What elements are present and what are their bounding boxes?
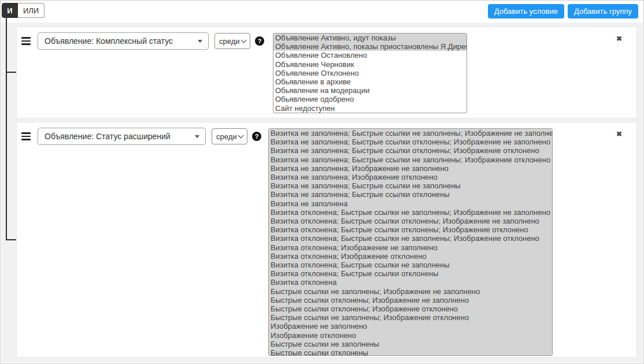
listbox-option[interactable]: Объявление Черновик	[273, 60, 467, 69]
drag-handle-icon[interactable]	[21, 37, 31, 45]
listbox-option[interactable]: Объявление Активно, идут показы	[273, 34, 467, 42]
field-select[interactable]: Объявление: Комплексный статус	[38, 32, 209, 50]
listbox-option[interactable]: Объявление Отклонено	[273, 69, 467, 77]
listbox-option[interactable]: Визитка не заполнена; Быстрые ссылки не …	[269, 155, 552, 164]
listbox-option[interactable]: Визитка отклонена; Изображение не заполн…	[269, 243, 552, 252]
add-condition-button[interactable]: Добавить условие	[488, 4, 564, 18]
listbox-option[interactable]: Визитка отклонена; Изображение отклонено	[269, 252, 552, 261]
query-builder: И ИЛИ Добавить условие Добавить группу О…	[0, 0, 644, 364]
operator-select-value: среди	[219, 37, 240, 46]
add-group-button[interactable]: Добавить группу	[568, 4, 638, 18]
field-select-value: Объявление: Статус расширений	[45, 132, 171, 141]
drag-handle-icon[interactable]	[21, 132, 31, 140]
listbox-option[interactable]: Визитка отклонена; Быстрые ссылки не зап…	[269, 208, 552, 217]
listbox-option[interactable]: Обьявление на модерации	[273, 86, 467, 95]
rule-card-extensions-status: Объявление: Статус расширений среди ? Ви…	[16, 122, 637, 358]
connector-line-rule2	[6, 239, 17, 240]
rule-row: Объявление: Комплексный статус среди ? О…	[17, 27, 636, 113]
connector-line-vertical	[6, 18, 7, 240]
caret-down-icon	[195, 135, 199, 138]
operator-select[interactable]: среди	[212, 128, 247, 144]
field-select-value: Объявление: Комплексный статус	[45, 36, 173, 46]
field-select[interactable]: Объявление: Статус расширений	[38, 128, 206, 145]
listbox-option[interactable]: Визитка не заполнена; Быстрые ссылки отк…	[269, 190, 552, 199]
listbox-option[interactable]: Визитка отклонена; Быстрые ссылки отклон…	[269, 269, 552, 278]
chevron-down-icon	[241, 37, 247, 43]
listbox-option[interactable]: Визитка не заполнена; Изображение отклон…	[269, 173, 552, 181]
listbox-option[interactable]: Визитка отклонена; Быстрые ссылки не зап…	[269, 261, 552, 269]
values-listbox[interactable]: Визитка не заполнена; Быстрые ссылки не …	[268, 128, 553, 356]
help-icon[interactable]: ?	[252, 132, 261, 141]
listbox-option[interactable]: Быстрые ссылки не заполнены	[269, 340, 552, 348]
listbox-option[interactable]: Быстрые ссылки отклонены	[269, 348, 552, 356]
listbox-option[interactable]: Визитка не заполнена	[269, 199, 552, 208]
listbox-option[interactable]: Объявление Активно, показы приостановлен…	[273, 42, 467, 51]
listbox-option[interactable]: Обьявление одобрено	[273, 95, 467, 103]
or-toggle-button[interactable]: ИЛИ	[18, 3, 45, 18]
listbox-option[interactable]: Визитка не заполнена; Быстрые ссылки отк…	[269, 138, 552, 146]
chevron-down-icon	[238, 132, 244, 138]
rule-row: Объявление: Статус расширений среди ? Ви…	[17, 122, 636, 356]
operator-select-value: среди	[216, 132, 237, 141]
listbox-option[interactable]: Объявление Остановлено	[273, 51, 467, 60]
and-toggle-button[interactable]: И	[2, 3, 18, 18]
listbox-option[interactable]: Визитка не заполнена; Быстрые ссылки отк…	[269, 146, 552, 155]
listbox-option[interactable]: Визитка отклонена; Быстрые ссылки отклон…	[269, 225, 552, 234]
listbox-option[interactable]: Визитка отклонена; Быстрые ссылки отклон…	[269, 217, 552, 225]
group-header: И ИЛИ Добавить условие Добавить группу	[1, 1, 643, 23]
rule-card-complex-status: Объявление: Комплексный статус среди ? О…	[16, 27, 637, 118]
values-listbox[interactable]: Объявление Активно, идут показыОбъявлени…	[273, 33, 467, 113]
group-actions: Добавить условие Добавить группу	[488, 4, 638, 18]
listbox-option[interactable]: Быстрые ссылки не заполнены; Изображение…	[269, 313, 552, 322]
listbox-option[interactable]: Быстрые ссылки отклонены; Изображение не…	[269, 296, 552, 304]
listbox-option[interactable]: Визитка не заполнена; Быстрые ссылки не …	[269, 181, 552, 190]
listbox-option[interactable]: Изображение не заполнено	[269, 322, 552, 330]
condition-toggle: И ИЛИ	[2, 3, 45, 18]
listbox-option[interactable]: Визитка не заполнена; Быстрые ссылки не …	[269, 129, 552, 138]
listbox-option[interactable]: Визитка не заполнена; Изображение не зап…	[269, 164, 552, 173]
listbox-option[interactable]: Обьявление в архиве	[273, 77, 467, 86]
caret-down-icon	[198, 40, 202, 43]
delete-rule-icon[interactable]: ✖	[616, 35, 622, 43]
help-icon[interactable]: ?	[255, 36, 264, 46]
listbox-option[interactable]: Быстрые ссылки не заполнены; Изображение…	[269, 287, 552, 296]
listbox-option[interactable]: Изображение отклонено	[269, 331, 552, 340]
listbox-option[interactable]: Быстрые ссылки отклонены; Изображение от…	[269, 304, 552, 313]
operator-select[interactable]: среди	[214, 33, 250, 49]
listbox-option[interactable]: Визитка отклонена	[269, 278, 552, 287]
listbox-option[interactable]: Сайт недоступен	[273, 104, 467, 113]
connector-line-rule1	[6, 72, 17, 73]
delete-rule-icon[interactable]: ✖	[616, 130, 622, 138]
listbox-option[interactable]: Визитка отклонена; Быстрые ссылки не зап…	[269, 234, 552, 243]
